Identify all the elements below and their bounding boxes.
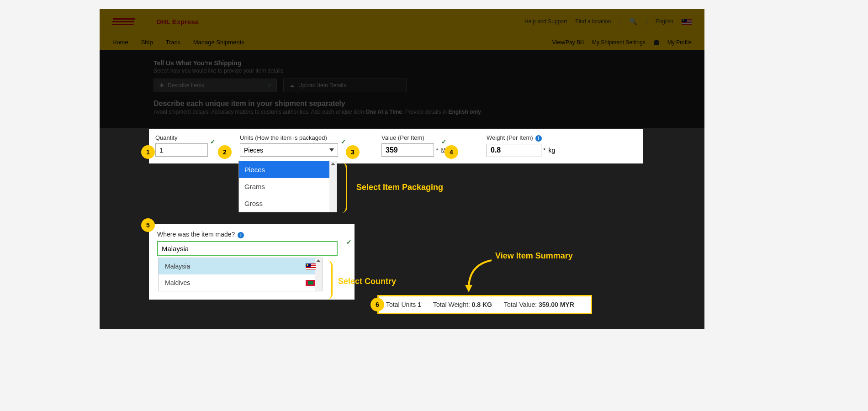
required-asterisk: *	[436, 147, 438, 154]
chevron-down-icon	[329, 148, 334, 152]
flag-malaysia-icon	[682, 19, 692, 25]
nav-shipment-settings[interactable]: My Shipment Settings	[592, 39, 646, 46]
nav-ship[interactable]: Ship	[141, 39, 153, 46]
country-dropdown: Malaysia Maldives	[158, 258, 323, 291]
step-badge-4: 4	[445, 145, 458, 159]
quantity-input[interactable]	[155, 143, 208, 157]
describe-items-heading: Describe each unique item in your shipme…	[153, 100, 345, 107]
summary-weight: Total Weight: 0.8 KG	[433, 301, 492, 308]
check-icon: ✓	[341, 138, 346, 145]
weight-input[interactable]	[487, 144, 541, 157]
step-badge-5: 5	[141, 218, 155, 232]
flag-malaysia-icon	[306, 263, 316, 269]
step-badge-1: 1	[141, 145, 155, 159]
cloud-upload-icon: ☁	[289, 82, 295, 89]
section-title: Tell Us What You're Shipping	[153, 59, 672, 67]
section-subtitle: Select how you would like to provide you…	[153, 68, 672, 74]
user-icon	[654, 40, 659, 45]
annotation-select-country: Select Country	[338, 277, 396, 286]
scroll-up-icon[interactable]	[331, 163, 335, 165]
language-select[interactable]: English	[656, 18, 673, 25]
check-icon: ✓	[210, 138, 216, 145]
summary-units: Total Units 1	[386, 301, 421, 308]
item-summary-box: Total Units 1 Total Weight: 0.8 KG Total…	[377, 295, 592, 314]
units-dropdown: Pieces Grams Gross	[238, 161, 337, 212]
page-intro: Tell Us What You're Shipping Select how …	[153, 59, 672, 115]
annotation-select-packaging: Select Item Packaging	[356, 183, 443, 192]
step-badge-6: 6	[370, 298, 384, 311]
scrollbar-track[interactable]	[315, 258, 322, 291]
required-asterisk: *	[543, 147, 545, 154]
brace-icon	[323, 260, 333, 300]
nav-my-profile[interactable]: My Profile	[667, 39, 692, 46]
tab-upload-details[interactable]: ☁ Upload Item Details	[283, 79, 407, 92]
dhl-logo-icon	[111, 17, 150, 26]
help-support-link[interactable]: Help and Support	[524, 18, 567, 25]
nav-manage[interactable]: Manage Shipments	[193, 39, 244, 46]
search-icon[interactable]: 🔍	[629, 17, 638, 26]
weight-label: Weight (Per Item) i	[487, 134, 569, 142]
find-location-link[interactable]: Find a location	[575, 18, 611, 25]
quantity-label: Quantity	[155, 134, 208, 141]
country-option-malaysia[interactable]: Malaysia	[159, 258, 322, 274]
units-label: Units (How the item is packaged)	[240, 134, 345, 141]
brand-name: DHL Express	[156, 18, 199, 26]
nav-home[interactable]: Home	[112, 39, 128, 46]
units-value: Pieces	[244, 147, 263, 154]
tab-describe-items[interactable]: ✚ Describe Items ✓	[153, 79, 277, 92]
country-label: Where was the item made? i	[157, 231, 244, 238]
nav-view-pay-bill[interactable]: View/Pay Bill	[552, 39, 584, 46]
check-icon: ✓	[346, 238, 352, 246]
arrow-icon	[460, 256, 501, 297]
separator: |	[646, 18, 647, 25]
navbar: Home Ship Track Manage Shipments View/Pa…	[100, 34, 704, 50]
app-window: DHL Express Help and Support Find a loca…	[100, 9, 704, 329]
step-badge-3: 3	[346, 145, 360, 159]
nav-track[interactable]: Track	[166, 39, 180, 46]
topbar: DHL Express Help and Support Find a loca…	[100, 9, 704, 34]
summary-value: Total Value: 359.00 MYR	[504, 301, 574, 308]
country-option-maldives[interactable]: Maldives	[159, 274, 322, 291]
step-badge-2: 2	[218, 145, 232, 159]
units-option-gross[interactable]: Gross	[239, 195, 337, 212]
value-input[interactable]	[381, 143, 434, 157]
info-icon[interactable]: i	[535, 135, 542, 142]
info-icon[interactable]: i	[238, 232, 244, 238]
scrollbar-track[interactable]	[329, 161, 337, 212]
units-option-grams[interactable]: Grams	[239, 178, 337, 195]
describe-items-subtext: Avoid shipment delays! Accuracy matters …	[153, 109, 672, 115]
country-input[interactable]	[157, 241, 338, 256]
weight-unit: kg	[548, 147, 555, 154]
flag-maldives-icon	[306, 280, 316, 286]
plus-icon: ✚	[159, 82, 164, 89]
check-icon: ✓	[267, 82, 272, 89]
brace-icon	[338, 163, 347, 213]
tab-upload-label: Upload Item Details	[298, 82, 346, 89]
separator: |	[619, 18, 620, 25]
scroll-up-icon[interactable]	[316, 259, 321, 262]
annotation-view-summary: View Item Summary	[495, 251, 573, 261]
check-icon: ✓	[441, 138, 447, 145]
tab-describe-label: Describe Items	[168, 82, 204, 89]
units-select[interactable]: Pieces	[240, 143, 338, 157]
units-option-pieces[interactable]: Pieces	[239, 161, 337, 178]
